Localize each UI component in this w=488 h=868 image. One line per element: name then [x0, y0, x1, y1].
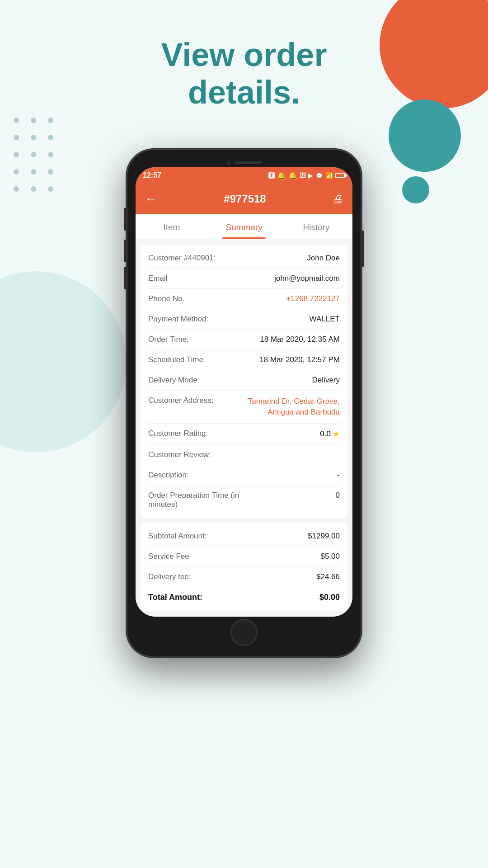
- facebook-icon: f: [268, 172, 275, 179]
- app-bar: ← #977518 🖨: [136, 184, 352, 214]
- status-time: 12:57: [143, 171, 161, 179]
- payment-row: Payment Method: WALLET: [148, 309, 340, 330]
- bg-decoration-teal-small: [402, 176, 429, 203]
- page-heading: View order details.: [0, 36, 488, 111]
- info-card: Customer #440901: John Doe Email john@yo…: [141, 245, 347, 518]
- phone-screen: 12:57 f 🔔 🔔 🖼 ▶ ⌚ 📶 ← #977518 🖨: [136, 167, 352, 617]
- total-amount-value: $0.00: [319, 593, 340, 602]
- totals-card: Subtotal Amount: $1299.00 Service Fee $5…: [141, 523, 347, 611]
- star-icon: ★: [333, 429, 340, 439]
- camera-dot: [226, 160, 231, 165]
- tab-summary[interactable]: Summary: [208, 214, 280, 239]
- dot-grid-decoration: [14, 118, 59, 197]
- customer-row: Customer #440901: John Doe: [148, 248, 340, 269]
- order-time-row: Order Time: 18 Mar 2020, 12:35 AM: [148, 330, 340, 350]
- address-label: Customer Address:: [148, 396, 244, 405]
- bg-decoration-teal-faint: [0, 271, 127, 452]
- home-button[interactable]: [230, 619, 258, 646]
- description-row: Description: -: [148, 465, 340, 486]
- phone-speaker: [235, 161, 262, 164]
- description-value: -: [244, 471, 340, 480]
- delivery-mode-value: Delivery: [244, 376, 340, 385]
- payment-value: WALLET: [244, 315, 340, 324]
- address-row: Customer Address: Tamarind Dr, Cedar Gro…: [148, 391, 340, 424]
- phone-top-bar: [136, 158, 352, 167]
- rating-row: Customer Rating: 0.0 ★: [148, 424, 340, 445]
- email-row: Email john@yopmail.com: [148, 269, 340, 289]
- wifi-icon: 📶: [325, 172, 333, 179]
- phone-bottom-bar: [136, 617, 352, 648]
- prep-time-value: 0: [244, 491, 340, 500]
- tabs-bar: Item Summary History: [136, 214, 352, 239]
- phone-frame: 12:57 f 🔔 🔔 🖼 ▶ ⌚ 📶 ← #977518 🖨: [127, 149, 361, 657]
- customer-value: John Doe: [244, 254, 340, 263]
- scheduled-time-label: Scheduled Time: [148, 355, 244, 364]
- notification-icon: 🔔: [277, 171, 286, 180]
- order-time-value: 18 Mar 2020, 12:35 AM: [244, 335, 340, 344]
- total-amount-label: Total Amount:: [148, 593, 202, 602]
- print-button[interactable]: 🖨: [333, 193, 343, 205]
- subtotal-label: Subtotal Amount:: [148, 532, 206, 541]
- service-fee-label: Service Fee: [148, 552, 189, 561]
- order-time-label: Order Time:: [148, 335, 244, 344]
- total-amount-row: Total Amount: $0.00: [148, 587, 340, 608]
- alert-icon: 🔔: [288, 171, 297, 180]
- service-fee-value: $5.00: [320, 552, 340, 561]
- watch-icon: ⌚: [315, 172, 323, 179]
- description-label: Description:: [148, 471, 244, 480]
- subtotal-row: Subtotal Amount: $1299.00: [148, 526, 340, 547]
- delivery-mode-row: Delivery Mode Delivery: [148, 370, 340, 391]
- email-label: Email: [148, 274, 244, 283]
- tab-history[interactable]: History: [280, 214, 352, 239]
- status-bar: 12:57 f 🔔 🔔 🖼 ▶ ⌚ 📶: [136, 167, 352, 184]
- phone-label: Phone No.: [148, 294, 244, 303]
- address-value: Tamarind Dr, Cedar Grove, Antigua and Ba…: [244, 396, 340, 418]
- battery-icon: [335, 173, 345, 178]
- delivery-mode-label: Delivery Mode: [148, 376, 244, 385]
- prep-time-label: Order Preparation Time (in minutes): [148, 491, 244, 509]
- customer-label: Customer #440901:: [148, 254, 244, 263]
- service-fee-row: Service Fee $5.00: [148, 547, 340, 567]
- back-button[interactable]: ←: [145, 192, 157, 206]
- status-icons: f 🔔 🔔 🖼 ▶ ⌚ 📶: [268, 171, 345, 180]
- scheduled-time-value: 18 Mar 2020, 12:57 PM: [244, 355, 340, 364]
- rating-value: 0.0 ★: [244, 429, 340, 439]
- order-id-title: #977518: [224, 193, 266, 205]
- subtotal-value: $1299.00: [308, 532, 340, 541]
- rating-label: Customer Rating:: [148, 429, 244, 438]
- review-label: Customer Review:: [148, 450, 244, 459]
- delivery-fee-value: $24.66: [316, 572, 340, 581]
- phone-value: +1268 7222127: [244, 294, 340, 303]
- tab-item[interactable]: Item: [136, 214, 208, 239]
- payment-label: Payment Method:: [148, 315, 244, 324]
- youtube-icon: ▶: [308, 172, 313, 179]
- summary-content: Customer #440901: John Doe Email john@yo…: [136, 239, 352, 617]
- prep-time-row: Order Preparation Time (in minutes) 0: [148, 486, 340, 514]
- review-row: Customer Review:: [148, 445, 340, 465]
- email-value: john@yopmail.com: [244, 274, 340, 283]
- phone-row: Phone No. +1268 7222127: [148, 289, 340, 309]
- image-icon: 🖼: [300, 172, 306, 179]
- delivery-fee-row: Delivery fee: $24.66: [148, 567, 340, 587]
- phone-frame-container: 12:57 f 🔔 🔔 🖼 ▶ ⌚ 📶 ← #977518 🖨: [127, 149, 361, 657]
- scheduled-time-row: Scheduled Time 18 Mar 2020, 12:57 PM: [148, 350, 340, 370]
- delivery-fee-label: Delivery fee:: [148, 572, 191, 581]
